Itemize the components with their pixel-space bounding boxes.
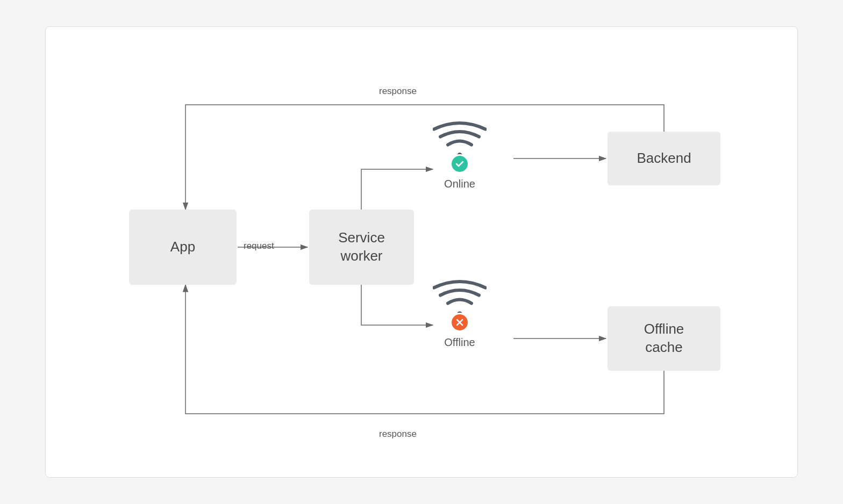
service-worker-box: Service worker (309, 210, 414, 285)
online-badge (450, 154, 469, 174)
diagram-container: App Service worker Backend Offline cache… (45, 26, 798, 478)
online-wifi-node: Online (433, 121, 487, 190)
offline-cache-box: Offline cache (608, 306, 720, 371)
check-icon (454, 159, 465, 169)
backend-box: Backend (608, 132, 720, 185)
service-worker-label: Service worker (338, 229, 385, 265)
response-bottom-label: response (379, 429, 417, 440)
x-icon (454, 317, 465, 328)
request-label: request (244, 241, 274, 251)
offline-badge (450, 313, 469, 332)
offline-cache-label: Offline cache (644, 320, 684, 357)
offline-wifi-node: Offline (433, 279, 487, 349)
response-top-label: response (379, 86, 417, 97)
backend-label: Backend (637, 149, 691, 168)
app-label: App (170, 238, 195, 256)
offline-label: Offline (444, 336, 475, 349)
online-label: Online (444, 178, 475, 190)
app-box: App (129, 210, 237, 285)
